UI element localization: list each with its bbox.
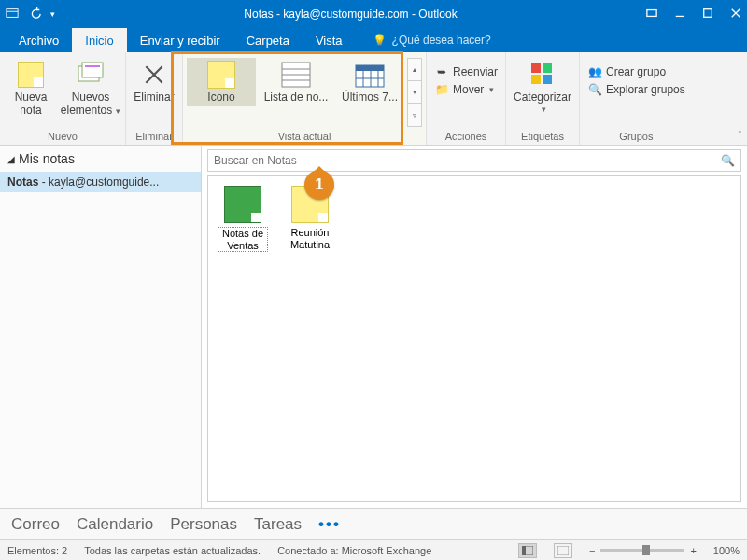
gallery-up-icon[interactable]: ▴	[408, 59, 421, 81]
nav-item-label: Notas	[7, 175, 38, 189]
nueva-nota-button[interactable]: Nuevanota	[4, 58, 58, 119]
crear-grupo-button[interactable]: 👥Crear grupo	[584, 63, 689, 80]
group-vista-label: Vista actual	[187, 129, 422, 145]
nav-header-label: Mis notas	[19, 151, 75, 166]
note-line2: Ventas	[227, 240, 259, 251]
categorizar-button[interactable]: Categorizar▾	[510, 58, 575, 116]
group-etiquetas: Categorizar▾ Etiquetas	[506, 52, 580, 145]
minimize-icon[interactable]	[674, 7, 685, 21]
explorar-grupos-button[interactable]: 🔍Explorar grupos	[584, 81, 689, 98]
svg-rect-26	[522, 546, 526, 555]
tab-archivo[interactable]: Archivo	[6, 28, 72, 52]
nav-item-notas[interactable]: Notas - kayla@customguide...	[0, 172, 201, 192]
zoom-in-icon[interactable]: +	[690, 545, 696, 556]
nuevos-label1: Nuevos	[72, 91, 110, 105]
tell-me-label: ¿Qué desea hacer?	[392, 34, 491, 47]
nav-tareas[interactable]: Tareas	[254, 515, 302, 534]
title-bar: ▾ Notas - kayla@customguide.com - Outloo…	[0, 0, 747, 28]
group-grupos-label: Grupos	[584, 129, 689, 145]
zoom-value[interactable]: 100%	[713, 545, 740, 556]
search-group-icon: 🔍	[587, 82, 602, 97]
svg-rect-7	[82, 63, 103, 77]
callout-1: 1	[304, 170, 334, 200]
maximize-icon[interactable]	[702, 7, 713, 21]
group-eliminar: Eliminar Eliminar	[126, 52, 183, 145]
status-bar: Elementos: 2 Todas las carpetas están ac…	[0, 539, 747, 560]
nuevos-elementos-button[interactable]: Nuevoselementos▾	[60, 58, 121, 119]
mover-label: Mover	[453, 83, 484, 96]
body: ◢Mis notas Notas - kayla@customguide... …	[0, 146, 747, 508]
view-normal-button[interactable]	[518, 543, 537, 558]
tab-carpeta[interactable]: Carpeta	[233, 28, 303, 52]
ribbon-display-icon[interactable]	[646, 7, 657, 21]
svg-rect-0	[7, 8, 18, 17]
nav-header[interactable]: ◢Mis notas	[0, 146, 201, 172]
vista-lista-button[interactable]: Lista de no...	[258, 58, 334, 106]
note-green-icon	[224, 186, 261, 223]
tab-inicio[interactable]: Inicio	[72, 28, 126, 52]
group-etiquetas-label: Etiquetas	[510, 129, 575, 145]
svg-rect-23	[531, 75, 541, 84]
nav-item-account: - kayla@customguide...	[38, 175, 159, 189]
group-acciones: ➥Reenviar 📁Mover▾ Acciones	[427, 52, 506, 145]
eliminar-label: Eliminar	[134, 91, 174, 105]
nav-personas[interactable]: Personas	[170, 515, 237, 534]
group-nuevo: Nuevanota Nuevoselementos▾ Nuevo	[0, 52, 126, 145]
group-vista-actual: Icono Lista de no... Últimos 7... ▴ ▾ ▿ …	[183, 52, 427, 145]
window-title: Notas - kayla@customguide.com - Outlook	[55, 7, 646, 21]
status-connection: Conectado a: Microsoft Exchange	[277, 545, 431, 556]
svg-rect-3	[704, 8, 712, 17]
nav-correo[interactable]: Correo	[11, 515, 60, 534]
search-icon[interactable]: 🔍	[714, 154, 740, 167]
collapse-caret-icon: ◢	[7, 154, 15, 164]
zoom-out-icon[interactable]: −	[589, 545, 595, 556]
lightbulb-icon: 💡	[373, 34, 387, 47]
ribbon: Nuevanota Nuevoselementos▾ Nuevo Elimina…	[0, 52, 747, 146]
chevron-down-icon: ▾	[116, 106, 120, 116]
gallery-spinner: ▴ ▾ ▿	[407, 58, 422, 127]
svg-rect-21	[531, 63, 541, 73]
note-item[interactable]: Notas deVentas	[218, 186, 268, 252]
group-grupos: 👥Crear grupo 🔍Explorar grupos Grupos	[580, 52, 693, 145]
vista-ultimos-button[interactable]: Últimos 7...	[336, 58, 403, 106]
close-icon[interactable]	[730, 7, 741, 21]
search-bar: 🔍	[207, 149, 741, 172]
reenviar-button[interactable]: ➥Reenviar	[430, 63, 501, 80]
explorar-grupos-label: Explorar grupos	[606, 83, 685, 96]
note-line2: Matutina	[290, 239, 330, 250]
svg-rect-8	[85, 65, 100, 67]
module-nav: Correo Calendario Personas Tareas •••	[0, 508, 747, 539]
tab-enviar[interactable]: Enviar y recibir	[127, 28, 233, 52]
undo-icon[interactable]	[28, 7, 41, 22]
note-line1: Reunión	[291, 227, 330, 238]
nueva-nota-label1: Nueva	[15, 91, 48, 105]
status-sync: Todas las carpetas están actualizadas.	[84, 545, 261, 556]
categorizar-label: Categorizar	[514, 91, 571, 105]
mover-button[interactable]: 📁Mover▾	[430, 81, 501, 98]
svg-rect-1	[647, 9, 656, 16]
qat-icon[interactable]	[6, 7, 19, 22]
zoom-slider[interactable]: − +	[589, 545, 697, 556]
svg-rect-22	[543, 63, 552, 73]
forward-icon: ➥	[434, 64, 449, 79]
vista-icono-button[interactable]: Icono	[187, 58, 256, 106]
status-items: Elementos: 2	[7, 545, 67, 556]
eliminar-button[interactable]: Eliminar	[130, 58, 178, 106]
svg-rect-16	[356, 65, 384, 71]
view-reading-button[interactable]	[554, 543, 572, 558]
svg-rect-27	[557, 546, 569, 555]
gallery-down-icon[interactable]: ▾	[408, 81, 421, 104]
gallery-more-icon[interactable]: ▿	[408, 104, 421, 126]
nav-calendario[interactable]: Calendario	[77, 515, 153, 534]
search-input[interactable]	[208, 150, 714, 171]
tell-me[interactable]: 💡 ¿Qué desea hacer?	[359, 28, 504, 52]
new-group-icon: 👥	[587, 64, 602, 79]
tab-vista[interactable]: Vista	[303, 28, 356, 52]
vista-ultimos-label: Últimos 7...	[342, 91, 398, 105]
navigation-pane: ◢Mis notas Notas - kayla@customguide...	[0, 146, 202, 508]
folder-icon: 📁	[434, 82, 449, 97]
reenviar-label: Reenviar	[453, 65, 498, 78]
collapse-ribbon-icon[interactable]: ˇ	[739, 131, 741, 141]
nav-more-icon[interactable]: •••	[318, 515, 341, 534]
group-eliminar-label: Eliminar	[130, 129, 178, 145]
